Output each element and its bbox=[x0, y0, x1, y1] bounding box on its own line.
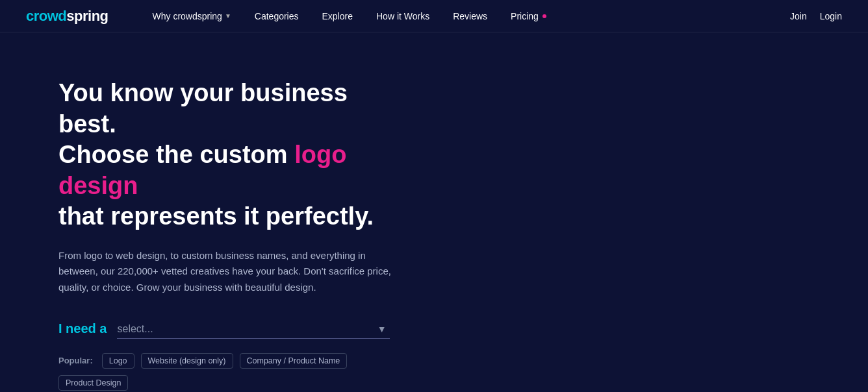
logo-text: crowdspring bbox=[26, 8, 108, 24]
login-link[interactable]: Login bbox=[820, 11, 842, 21]
pricing-dot-icon bbox=[542, 14, 546, 18]
hero-subtext: From logo to web design, to custom busin… bbox=[58, 248, 396, 296]
popular-tag-company-product-name[interactable]: Company / Product Name bbox=[240, 353, 348, 369]
nav-item-how-it-works[interactable]: How it Works bbox=[364, 0, 441, 32]
nav-item-pricing[interactable]: Pricing bbox=[499, 0, 558, 32]
service-select[interactable]: select... Logo Website (design only) Com… bbox=[117, 319, 390, 339]
nav-links: Why crowdspring ▼ Categories Explore How… bbox=[141, 0, 791, 32]
popular-tag-product-design[interactable]: Product Design bbox=[58, 375, 128, 391]
nav-item-why-crowdspring[interactable]: Why crowdspring ▼ bbox=[141, 0, 243, 32]
popular-label: Popular: bbox=[58, 356, 93, 365]
popular-tag-logo[interactable]: Logo bbox=[102, 353, 134, 369]
service-select-wrapper: select... Logo Website (design only) Com… bbox=[117, 319, 390, 339]
navbar: crowdspring Why crowdspring ▼ Categories… bbox=[0, 0, 868, 32]
logo[interactable]: crowdspring bbox=[26, 8, 108, 25]
popular-row: Popular: Logo Website (design only) Comp… bbox=[58, 353, 396, 391]
popular-tag-website[interactable]: Website (design only) bbox=[141, 353, 233, 369]
join-link[interactable]: Join bbox=[790, 11, 807, 21]
nav-item-categories[interactable]: Categories bbox=[243, 0, 311, 32]
chevron-down-icon: ▼ bbox=[225, 12, 231, 19]
need-a-row: I need a select... Logo Website (design … bbox=[58, 319, 396, 339]
need-a-label: I need a bbox=[58, 321, 107, 336]
nav-right: Join Login bbox=[790, 11, 842, 21]
nav-item-explore[interactable]: Explore bbox=[311, 0, 364, 32]
hero-section: You know your business best. Choose the … bbox=[0, 32, 455, 392]
hero-headline: You know your business best. Choose the … bbox=[58, 78, 396, 232]
nav-item-reviews[interactable]: Reviews bbox=[441, 0, 499, 32]
